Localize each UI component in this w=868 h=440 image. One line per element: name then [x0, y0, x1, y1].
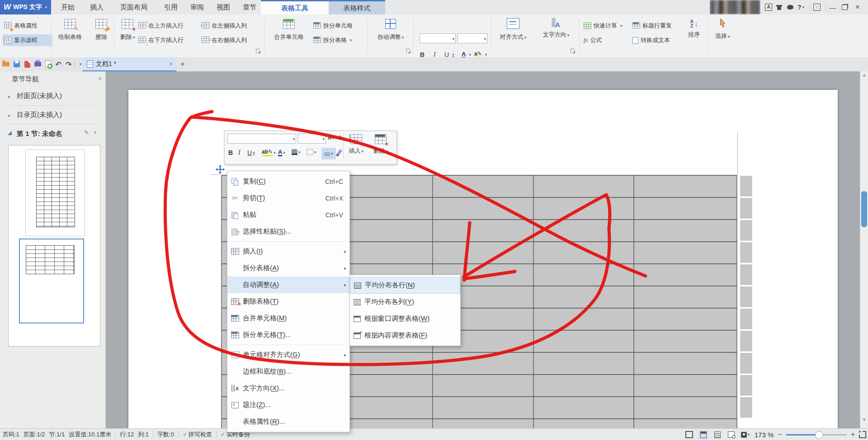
rename-section-icon[interactable]: ✎	[84, 129, 89, 136]
table-properties-button[interactable]: 表格属性	[3, 20, 52, 32]
zoom-slider[interactable]	[786, 434, 847, 435]
menu-item-split-table[interactable]: 拆分表格(A) ▸	[227, 260, 349, 276]
mini-align-button[interactable]: ▾	[321, 148, 336, 159]
draw-table-button[interactable]: ✎ 绘制表格	[52, 19, 88, 41]
mini-underline-button[interactable]: U▾	[247, 149, 255, 156]
autofit-dialog-launcher[interactable]	[406, 49, 410, 53]
insert-row-above-button[interactable]: ↑ 在上方插入行	[137, 20, 185, 32]
menu-tab-references[interactable]: 引用	[158, 0, 184, 14]
mini-font-color-button[interactable]: A▾	[278, 149, 285, 156]
autofit-button[interactable]: 自动调整▾	[371, 19, 410, 41]
insert-col-right-button[interactable]: → 在右侧插入列	[200, 34, 248, 46]
alignment-button[interactable]: 对齐方式▾	[493, 18, 533, 41]
zoom-out-icon[interactable]: −	[778, 431, 782, 439]
vertical-scrollbar[interactable]: ▲ ▼	[860, 71, 868, 428]
menu-item-merge-cells[interactable]: 合并单元格(M)	[227, 310, 349, 327]
submenu-item-fit-window[interactable]: 根据窗口调整表格(W)	[350, 310, 460, 327]
user-avatar[interactable]	[710, 0, 760, 14]
menu-item-cell-alignment[interactable]: 单元格对齐方式(G) ▸	[227, 346, 349, 363]
scroll-down-icon[interactable]: ▼	[862, 417, 866, 422]
mini-delete-button[interactable]: × 删除▾	[369, 134, 392, 155]
sort-button[interactable]: AZ↓ 排序	[684, 19, 704, 39]
print-preview-icon[interactable]	[43, 60, 52, 68]
close-button[interactable]: ×	[855, 3, 859, 11]
upload-icon[interactable]: ↑	[813, 3, 821, 11]
feedback-icon[interactable]	[787, 3, 793, 11]
zoom-in-icon[interactable]: +	[851, 431, 855, 439]
language-icon[interactable]: A	[765, 3, 772, 11]
menu-tab-view[interactable]: 视图	[211, 0, 236, 14]
menu-item-delete-table[interactable]: × 删除表格(T)	[227, 293, 349, 310]
show-gridlines-button[interactable]: 显示虚框	[3, 34, 52, 46]
status-word-count[interactable]: 字数:0	[157, 431, 174, 439]
sidebar-item-section-1[interactable]: 第 1 节: 未命名 ✎ ▾	[0, 126, 105, 143]
mini-bold-button[interactable]: B	[228, 149, 233, 156]
chevron-down-icon[interactable]: ▾	[45, 5, 47, 9]
submenu-item-fit-content[interactable]: 根据内容调整表格(F)	[350, 327, 460, 344]
print-icon[interactable]	[33, 60, 42, 68]
menu-item-paste-special[interactable]: 选择性粘贴(S)...	[227, 223, 349, 240]
split-cells-button[interactable]: 拆分单元格	[312, 20, 354, 32]
tab-close-icon[interactable]: ×	[169, 61, 173, 67]
page-thumbnail-1[interactable]	[25, 150, 85, 236]
chevron-open-icon[interactable]	[8, 131, 12, 135]
delete-button[interactable]: × 删除▾	[116, 19, 139, 41]
insert-col-left-button[interactable]: ← 在左侧插入列	[200, 20, 248, 32]
fullscreen-view-icon[interactable]	[684, 430, 694, 439]
merge-cells-button[interactable]: 合并单元格	[267, 19, 311, 41]
formula-button[interactable]: fx 公式	[582, 34, 603, 46]
table-move-handle[interactable]	[216, 165, 225, 174]
font-size-combo[interactable]: ▾	[458, 33, 487, 43]
borders-button[interactable]: ▾	[307, 149, 316, 155]
redo-icon[interactable]: ↷	[64, 60, 73, 68]
skin-icon[interactable]	[776, 3, 783, 11]
section-menu-icon[interactable]: ▾	[94, 130, 96, 135]
chevron-right-icon[interactable]: ▸	[8, 94, 11, 99]
insert-row-below-button[interactable]: ↓ 在下方插入行	[137, 34, 185, 46]
menu-item-split-cells[interactable]: 拆分单元格(T)...	[227, 327, 349, 343]
restore-button[interactable]	[842, 3, 848, 11]
submenu-item-distribute-cols[interactable]: 平均分布各列(Y)	[350, 294, 460, 310]
mini-font-size-combo[interactable]: ▾	[298, 134, 326, 144]
document-tab[interactable]: 文档1 * ×	[82, 57, 176, 71]
menu-item-text-direction[interactable]: A 文字方向(X)...	[227, 380, 349, 397]
menu-item-insert[interactable]: 插入(I) ▸	[227, 243, 349, 260]
scrollbar-thumb[interactable]	[861, 191, 867, 227]
mini-insert-button[interactable]: ↓ 插入▾	[345, 134, 368, 155]
menu-item-table-properties[interactable]: 表格属性(R)...	[227, 413, 349, 430]
menu-item-paste[interactable]: 粘贴 Ctrl+V	[227, 206, 349, 223]
export-pdf-icon[interactable]	[23, 60, 32, 68]
select-button[interactable]: 选择▾	[710, 18, 735, 40]
format-painter-button[interactable]	[338, 149, 340, 157]
convert-to-text-button[interactable]: 转换成文本	[631, 34, 671, 46]
menu-item-autofit[interactable]: 自动调整(A) ▸	[227, 276, 349, 293]
shading-button[interactable]: ▾	[292, 149, 301, 155]
scroll-up-icon[interactable]: ▲	[862, 73, 866, 77]
mini-highlight-button[interactable]: ab✎▾	[262, 149, 276, 156]
font-increase-button[interactable]: A+	[328, 135, 335, 141]
menu-item-caption[interactable]: 题注(Z)...	[227, 397, 349, 413]
menu-tab-section[interactable]: 章节	[237, 0, 262, 14]
fit-page-icon[interactable]	[859, 431, 866, 438]
tab-table-style[interactable]: 表格样式	[329, 1, 385, 14]
status-spellcheck[interactable]: ✓拼写检查	[183, 431, 212, 439]
font-family-combo[interactable]: ▾	[420, 33, 456, 43]
new-tab-icon[interactable]: +	[178, 60, 187, 68]
open-file-icon[interactable]	[1, 60, 10, 68]
zoom-slider-knob[interactable]	[815, 431, 823, 439]
menu-tab-insert[interactable]: 插入	[84, 0, 109, 14]
tab-table-tools[interactable]: 表格工具	[261, 1, 329, 14]
outline-view-icon[interactable]	[712, 430, 722, 439]
menu-tab-page-layout[interactable]: 页面布局	[113, 0, 155, 14]
page-view-icon[interactable]	[698, 430, 708, 439]
tools-icon[interactable]: ▾	[741, 430, 750, 439]
menu-item-borders-shading[interactable]: 边框和底纹(B)...	[227, 363, 349, 380]
quick-calc-button[interactable]: 快速计算▾	[582, 20, 624, 32]
text-direction-button[interactable]: A 文字方向▾	[535, 18, 577, 39]
minimize-button[interactable]: —	[829, 3, 836, 11]
split-table-button[interactable]: 拆分表格▾	[312, 34, 354, 46]
menu-item-copy[interactable]: 复制(C) Ctrl+C	[227, 173, 349, 190]
help-icon[interactable]: ?▾	[797, 3, 804, 11]
menu-item-cut[interactable]: ✂ 剪切(T) Ctrl+X	[227, 190, 349, 206]
submenu-item-distribute-rows[interactable]: 平均分布各行(N)	[350, 277, 460, 294]
